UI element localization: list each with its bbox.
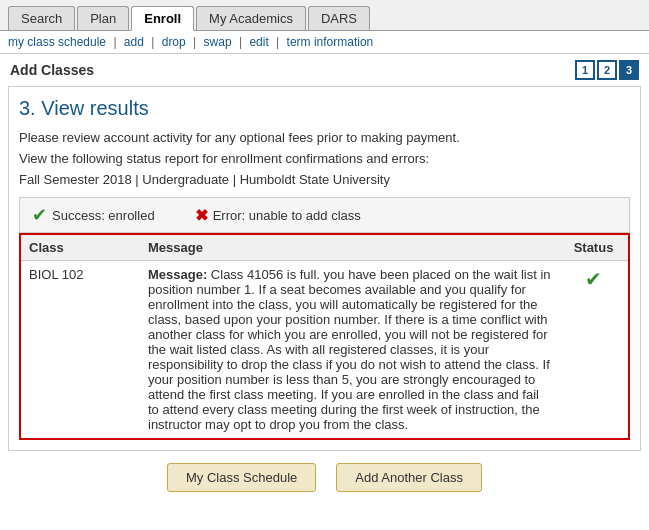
error-x-icon: ✖ bbox=[195, 206, 208, 225]
message-prefix: Message: bbox=[148, 267, 207, 282]
step-3: 3 bbox=[619, 60, 639, 80]
sep3: | bbox=[193, 35, 196, 49]
table-header-row: Class Message Status bbox=[20, 234, 629, 261]
tab-plan[interactable]: Plan bbox=[77, 6, 129, 30]
tab-dars[interactable]: DARS bbox=[308, 6, 370, 30]
legend-success: ✔ Success: enrolled bbox=[32, 204, 155, 226]
subnav-term-information[interactable]: term information bbox=[287, 35, 374, 49]
table-row: BIOL 102 Message: Class 41056 is full. y… bbox=[20, 261, 629, 440]
legend-error: ✖ Error: unable to add class bbox=[195, 204, 361, 226]
tab-search[interactable]: Search bbox=[8, 6, 75, 30]
sep1: | bbox=[113, 35, 116, 49]
my-class-schedule-button[interactable]: My Class Schedule bbox=[167, 463, 316, 492]
success-check-icon: ✔ bbox=[32, 204, 47, 226]
step-2: 2 bbox=[597, 60, 617, 80]
class-status: ✔ bbox=[559, 261, 629, 440]
info-line2: View the following status report for enr… bbox=[19, 151, 630, 166]
add-another-class-button[interactable]: Add Another Class bbox=[336, 463, 482, 492]
top-nav-tabs: Search Plan Enroll My Academics DARS bbox=[0, 0, 649, 31]
status-check-icon: ✔ bbox=[585, 268, 602, 290]
col-header-message: Message bbox=[140, 234, 559, 261]
sub-nav: my class schedule | add | drop | swap | … bbox=[0, 31, 649, 54]
legend-success-label: Success: enrolled bbox=[52, 208, 155, 223]
tab-my-academics[interactable]: My Academics bbox=[196, 6, 306, 30]
class-message: Message: Class 41056 is full. you have b… bbox=[140, 261, 559, 440]
tab-enroll[interactable]: Enroll bbox=[131, 6, 194, 31]
sep5: | bbox=[276, 35, 279, 49]
subnav-swap[interactable]: swap bbox=[204, 35, 232, 49]
subnav-my-class-schedule[interactable]: my class schedule bbox=[8, 35, 106, 49]
legend-error-label: Error: unable to add class bbox=[213, 208, 361, 223]
semester-info: Fall Semester 2018 | Undergraduate | Hum… bbox=[19, 172, 630, 187]
class-name: BIOL 102 bbox=[20, 261, 140, 440]
page-title-bar: Add Classes 1 2 3 bbox=[0, 54, 649, 86]
col-header-class: Class bbox=[20, 234, 140, 261]
subnav-add[interactable]: add bbox=[124, 35, 144, 49]
step-indicator: 1 2 3 bbox=[575, 60, 639, 80]
results-table: Class Message Status BIOL 102 Message: C… bbox=[19, 233, 630, 440]
sep4: | bbox=[239, 35, 242, 49]
step-1: 1 bbox=[575, 60, 595, 80]
main-content: 3. View results Please review account ac… bbox=[8, 86, 641, 451]
subnav-edit[interactable]: edit bbox=[249, 35, 268, 49]
bottom-buttons: My Class Schedule Add Another Class bbox=[0, 451, 649, 500]
subnav-drop[interactable]: drop bbox=[162, 35, 186, 49]
col-header-status: Status bbox=[559, 234, 629, 261]
page-title: Add Classes bbox=[10, 62, 94, 78]
section-heading: 3. View results bbox=[19, 91, 630, 120]
sep2: | bbox=[151, 35, 154, 49]
info-line1: Please review account activity for any o… bbox=[19, 130, 630, 145]
message-body: Class 41056 is full. you have been place… bbox=[148, 267, 551, 432]
legend-bar: ✔ Success: enrolled ✖ Error: unable to a… bbox=[19, 197, 630, 233]
